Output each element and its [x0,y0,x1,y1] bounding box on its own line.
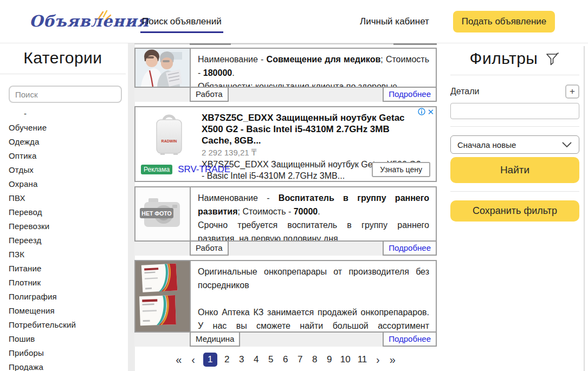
listing-price: 180000 [203,68,232,77]
ad-brand-text: RADWIN [161,139,177,143]
listing-more-link[interactable]: Подробнее [383,87,437,102]
add-filter-button[interactable]: + [565,84,579,99]
listing-photo-medicine[interactable] [134,260,191,333]
nav-search-ads-label: Поиск объявлений [142,16,222,27]
ad-close-icon[interactable]: ✕ [427,108,434,115]
category-item[interactable]: Плотник [0,276,126,290]
listing-description-1: Оригинальные онкопрепарары от производит… [198,265,429,292]
ad-price: 2 292 139,21 ₸ [202,148,422,158]
listing-category-tag: Медицина [190,331,240,347]
ad-cta-button[interactable]: Узнать цену [372,162,430,177]
category-item[interactable]: Одежда [0,135,126,149]
ad-advertiser-link[interactable]: SRV-TRADE [178,164,230,175]
category-search-input[interactable] [9,86,122,103]
listing-category-tag: Работа [190,87,229,102]
listing-price: 70000 [294,207,318,216]
category-item[interactable]: Перевод [0,205,126,219]
listing-price-prefix: ; Стоимость - [238,207,294,216]
classifieds-page: Объявления Поиск объявлений Личный кабин… [0,0,588,371]
category-item[interactable]: ПЗК [0,248,126,262]
pagination: « ‹ 1 2 3 4 5 6 7 8 9 10 11 › » [134,353,437,367]
listing-text: Оригинальные онкопрепарары от производит… [190,260,437,333]
logo-sparkle-icon [96,8,112,21]
pagination-page[interactable]: 7 [295,353,305,367]
adchoices-info-icon[interactable] [418,108,425,115]
category-item[interactable]: ПВХ [0,191,126,205]
nav-active-underline [140,31,223,33]
category-item[interactable]: Переезд [0,233,126,248]
listing-suffix: . [232,68,234,77]
sort-order-select[interactable]: Сначала новые [450,135,579,154]
divider [450,191,579,192]
pagination-last-button[interactable]: » [387,354,397,366]
header: Объявления Поиск объявлений Личный кабин… [0,0,588,43]
no-photo-badge-text: НЕТ ФОТО [141,210,171,217]
find-button[interactable]: Найти [450,157,579,183]
filter-funnel-icon [545,51,560,66]
divider [450,75,579,75]
nav-personal-account-label: Личный кабинет [360,16,429,27]
categories-sidebar: Категории - Обучение Одежда Оптика Отдых… [0,43,126,371]
filters-title: Фильтры [470,49,538,68]
pagination-page[interactable]: 4 [251,353,261,367]
category-item[interactable]: Питание [0,262,126,276]
listing-card: Оригинальные онкопрепарары от производит… [134,260,437,347]
listing-category-tag: Работа [190,240,229,256]
nav-personal-account[interactable]: Личный кабинет [360,16,429,27]
pagination-next-button[interactable]: › [373,354,383,366]
category-item[interactable]: Потребительский [0,318,126,332]
pagination-page[interactable]: 9 [325,353,334,367]
categories-title: Категории [0,49,126,67]
filter-details-input[interactable] [450,103,579,119]
page-scrollbar-track[interactable] [584,46,585,371]
pagination-page-current[interactable]: 1 [203,353,217,367]
category-item[interactable]: - [0,107,126,121]
pagination-page[interactable]: 10 [339,353,352,367]
pagination-page[interactable]: 11 [357,353,369,367]
filter-details-label: Детали [450,87,480,96]
listing-name-prefix: Наименование - [198,193,279,203]
previous-card-cut-edge [134,43,437,45]
category-item[interactable]: Охрана [0,177,126,191]
sort-order-value: Сначала новые [457,140,516,149]
category-item[interactable]: Пошив [0,332,126,346]
pagination-page[interactable]: 5 [266,353,276,367]
listing-photo-placeholder[interactable]: НЕТ ФОТО [134,186,191,242]
category-item[interactable]: Обучение [0,121,126,135]
divider [450,126,579,127]
ad-title-link[interactable]: XB7SZ5C_EDXX Защищенный ноутбук Getac X5… [202,112,422,146]
site-logo[interactable]: Объявления [29,12,149,30]
listing-text: Наименование - Воспитатель в группу ранн… [190,186,437,242]
listing-footer: Работа Подробнее [134,88,437,102]
ad-bottom-row: Реклама SRV-TRADE Узнать цену [141,162,430,177]
site-logo-text: Объявления [29,12,149,30]
listing-footer: Медицина Подробнее [134,333,437,347]
listing-more-link[interactable]: Подробнее [383,331,437,347]
listing-text: Наименование - Совмещение для медиков; С… [190,48,437,88]
filters-sidebar: Фильтры Детали + Сначала новые Найти Сох… [450,43,579,371]
pagination-page[interactable]: 6 [281,353,290,367]
post-ad-button[interactable]: Подать объявление [453,11,555,32]
ad-badge: Реклама [141,165,172,174]
filter-details-row: Детали + [450,84,579,99]
listings-column: Наименование - Совмещение для медиков; С… [134,43,437,371]
category-item[interactable]: Перевозки [0,219,126,233]
pagination-prev-button[interactable]: ‹ [189,354,198,366]
listing-description: Срочно требуется воспитатель в группу ра… [198,218,429,242]
category-item[interactable]: Отдых [0,163,126,177]
pagination-page[interactable]: 3 [237,353,247,367]
listing-photo-medics[interactable] [134,48,191,88]
category-item[interactable]: Продажа [0,360,126,371]
category-item[interactable]: Оптика [0,149,126,163]
category-item[interactable]: Приборы [0,346,126,360]
sponsored-ad-banner: RADWIN XB7SZ5C_EDXX Защищенный ноутбук G… [134,106,437,182]
category-item[interactable]: Полиграфия [0,290,126,304]
pagination-page[interactable]: 8 [310,353,320,367]
nav-search-ads[interactable]: Поиск объявлений [142,16,222,33]
listing-more-link[interactable]: Подробнее [383,240,437,256]
save-filter-button[interactable]: Сохранить фильтр [450,200,579,222]
pagination-page[interactable]: 2 [222,353,232,367]
listing-suffix: . [318,207,320,216]
category-item[interactable]: Помещения [0,304,126,318]
pagination-first-button[interactable]: « [174,354,184,366]
